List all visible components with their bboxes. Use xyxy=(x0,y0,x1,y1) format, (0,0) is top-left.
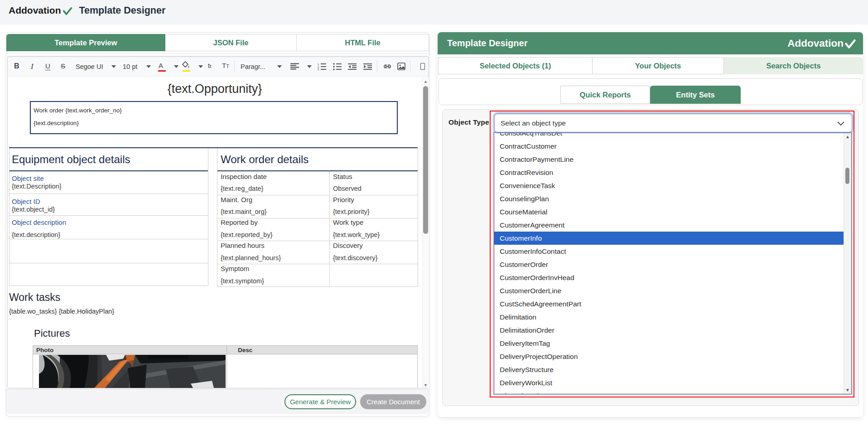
svg-text:3: 3 xyxy=(318,68,319,70)
